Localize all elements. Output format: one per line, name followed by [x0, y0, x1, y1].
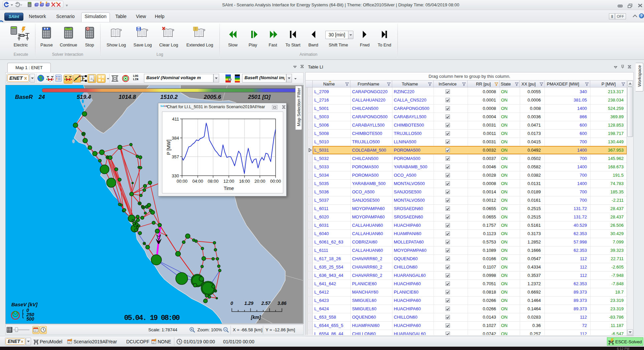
svg-text:20:00: 20:00 — [255, 179, 266, 184]
svg-text:384: 384 — [172, 136, 179, 141]
svg-text:05.04. 19 08:00: 05.04. 19 08:00 — [124, 314, 179, 322]
svg-text:411: 411 — [172, 117, 179, 122]
svg-text:08:00: 08:00 — [208, 179, 219, 184]
svg-text:a: a — [91, 76, 93, 81]
svg-text:1.29: 1.29 — [244, 301, 253, 306]
svg-text:00:00: 00:00 — [270, 179, 281, 184]
svg-text:00:00: 00:00 — [177, 179, 188, 184]
svg-text:16:00: 16:00 — [239, 179, 250, 184]
svg-text:330: 330 — [172, 173, 179, 178]
svg-text:1510.2: 1510.2 — [160, 94, 178, 100]
svg-text:500: 500 — [26, 316, 34, 322]
svg-text:519.4: 519.4 — [77, 94, 91, 100]
svg-text:2.57: 2.57 — [261, 301, 271, 306]
svg-text:357: 357 — [172, 154, 179, 159]
svg-text:2005.6: 2005.6 — [203, 94, 221, 100]
svg-text:12:00: 12:00 — [223, 179, 234, 184]
svg-text:3.86: 3.86 — [277, 301, 286, 306]
svg-text:24: 24 — [38, 94, 45, 100]
svg-text:1014.8: 1014.8 — [119, 94, 136, 100]
svg-text:BaseV [kV]: BaseV [kV] — [11, 302, 38, 307]
svg-text:04:00: 04:00 — [192, 179, 203, 184]
svg-text:0: 0 — [230, 301, 233, 306]
svg-text:P [MW]: P [MW] — [166, 140, 171, 155]
svg-text:[km]: [km] — [251, 315, 261, 320]
svg-text:2501 [Ω]: 2501 [Ω] — [248, 94, 271, 100]
svg-text:Time: Time — [224, 186, 234, 191]
svg-text:BaseR: BaseR — [15, 94, 33, 100]
